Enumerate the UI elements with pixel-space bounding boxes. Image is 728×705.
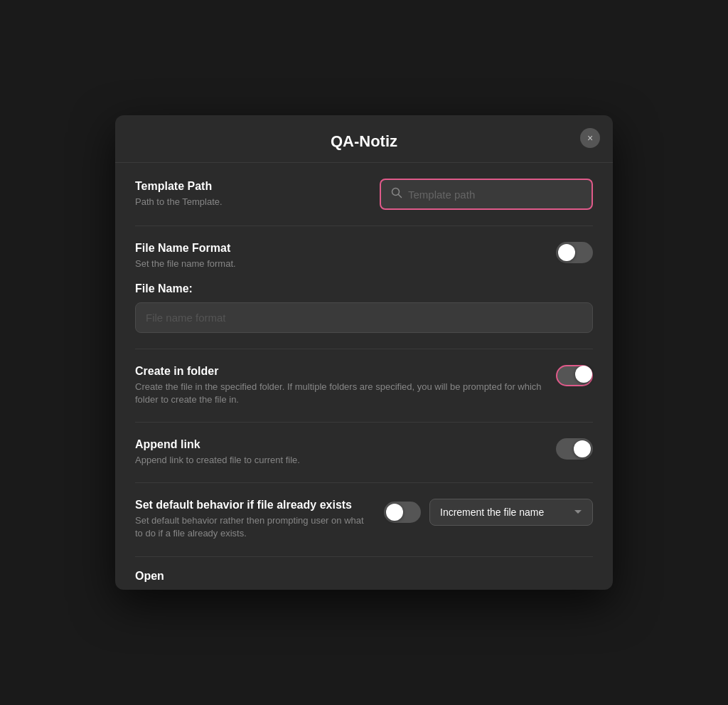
append-link-slider bbox=[556, 438, 593, 460]
template-path-control bbox=[380, 179, 593, 210]
file-name-format-section: File Name Format Set the file name forma… bbox=[135, 226, 593, 349]
modal-title: QA-Notiz bbox=[132, 132, 596, 151]
create-in-folder-desc: Create the file in the specified folder.… bbox=[135, 381, 545, 406]
file-name-input[interactable] bbox=[135, 302, 593, 333]
file-name-label: File Name: bbox=[135, 282, 593, 295]
template-input-wrapper bbox=[380, 179, 593, 210]
set-default-behavior-info: Set default behavior if file already exi… bbox=[135, 499, 373, 540]
append-link-info: Append link Append link to created file … bbox=[135, 438, 545, 467]
set-default-behavior-toggle[interactable] bbox=[384, 502, 421, 523]
file-name-format-desc: Set the file name format. bbox=[135, 258, 545, 270]
append-link-toggle[interactable] bbox=[556, 438, 593, 460]
template-path-row: Template Path Path to the Template. bbox=[135, 163, 593, 226]
append-link-label: Append link bbox=[135, 438, 545, 451]
modal-body: Template Path Path to the Template. bbox=[115, 163, 613, 589]
template-path-input[interactable] bbox=[408, 189, 582, 201]
set-default-behavior-slider bbox=[384, 502, 421, 523]
set-default-behavior-row: Set default behavior if file already exi… bbox=[135, 483, 593, 556]
create-in-folder-control bbox=[556, 365, 593, 386]
file-name-format-toggle[interactable] bbox=[556, 242, 593, 263]
set-default-behavior-desc: Set default behavior rather then prompti… bbox=[135, 514, 373, 540]
create-in-folder-row: Create in folder Create the file in the … bbox=[135, 349, 593, 423]
set-default-behavior-controls: Increment the file name Overwrite Skip bbox=[384, 499, 593, 526]
open-label: Open bbox=[135, 570, 164, 583]
create-in-folder-toggle[interactable] bbox=[556, 365, 593, 386]
template-path-label: Template Path bbox=[135, 180, 368, 193]
increment-dropdown[interactable]: Increment the file name Overwrite Skip bbox=[429, 499, 593, 526]
close-button[interactable]: × bbox=[580, 128, 600, 148]
append-link-row: Append link Append link to created file … bbox=[135, 423, 593, 483]
template-path-desc: Path to the Template. bbox=[135, 196, 368, 208]
modal-dialog: QA-Notiz × Template Path Path to the Tem… bbox=[115, 115, 613, 589]
file-name-format-row: File Name Format Set the file name forma… bbox=[135, 226, 593, 270]
modal-header: QA-Notiz × bbox=[115, 115, 613, 163]
open-row: Open bbox=[135, 557, 593, 590]
set-default-behavior-label: Set default behavior if file already exi… bbox=[135, 499, 373, 511]
create-in-folder-label: Create in folder bbox=[135, 365, 545, 378]
create-in-folder-slider bbox=[556, 365, 593, 386]
file-name-format-control bbox=[556, 242, 593, 263]
file-name-format-info: File Name Format Set the file name forma… bbox=[135, 242, 545, 270]
file-name-section: File Name: bbox=[135, 271, 593, 349]
file-name-format-slider bbox=[556, 242, 593, 263]
append-link-desc: Append link to created file to current f… bbox=[135, 454, 545, 467]
template-path-info: Template Path Path to the Template. bbox=[135, 180, 368, 208]
search-icon bbox=[391, 187, 402, 201]
create-in-folder-info: Create in folder Create the file in the … bbox=[135, 365, 545, 406]
append-link-control bbox=[556, 438, 593, 460]
svg-line-1 bbox=[399, 195, 402, 198]
modal-overlay: QA-Notiz × Template Path Path to the Tem… bbox=[0, 0, 728, 705]
file-name-format-label: File Name Format bbox=[135, 242, 545, 255]
